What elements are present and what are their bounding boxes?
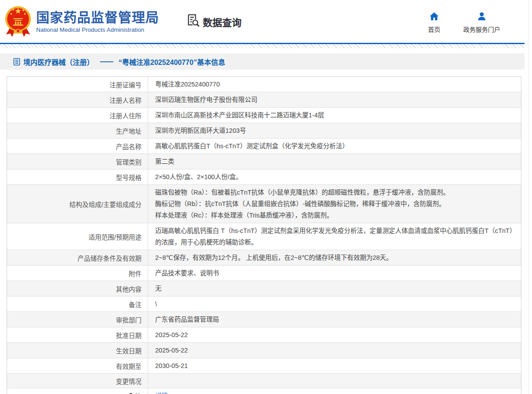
table-row: 注详情 (7, 388, 521, 394)
row-label-text: 批准日期 (116, 330, 141, 340)
data-query-label: 数据查询 (203, 15, 242, 29)
detail-link[interactable]: 详情 (155, 390, 168, 394)
scrollbar[interactable] (528, 0, 532, 394)
row-value: 第二类 (148, 154, 521, 169)
row-value (148, 374, 521, 388)
row-label: 注 (7, 388, 148, 394)
row-label: 注册人住所 (7, 108, 148, 123)
nav-service-portal[interactable]: 政务服务门户 (463, 9, 500, 34)
table-row: 产品储存条件及有效期2~8℃保存，有效期为12个月。 上机使用后，在2~8℃的储… (7, 250, 521, 266)
row-value: 2×50人份/盒、2×100人份/盒。 (148, 169, 521, 184)
brand-text: 国家药品监督管理局 National Medical Products Admi… (36, 10, 159, 33)
row-label: 批准日期 (7, 327, 148, 342)
breadcrumb-section: 境内医疗器械（注册） (23, 56, 94, 67)
row-value: 2030-05-21 (148, 358, 521, 373)
row-value: 粤械注准20252400770 (148, 77, 521, 92)
row-value-line: 样本处理液（Rc）：样本处理液（Tris基质缓冲液），含防腐剂。 (155, 210, 514, 221)
user-icon (477, 12, 487, 22)
row-value-line: 磁珠包被物（Ra）：包被着抗cTnT抗体（小鼠单克隆抗体）的超顺磁性微粒，悬浮于… (155, 187, 514, 198)
row-value: 广东省药品监督管理局 (148, 312, 521, 327)
top-nav: 首页 政务服务门户 (428, 9, 500, 34)
row-label: 产品名称 (7, 139, 148, 154)
row-label: 结构及组成/主要组成成分 (7, 185, 148, 223)
row-label-text: 有效期至 (116, 361, 141, 371)
brand: 国家药品监督管理局 National Medical Products Admi… (4, 4, 159, 40)
table-row: 有效期至2030-05-21 (7, 358, 521, 374)
row-label-text: 注册人住所 (110, 111, 142, 120)
row-label-text: 管理类别 (116, 157, 141, 166)
row-label: 附件 (7, 266, 148, 281)
row-value: 详情 (148, 388, 521, 394)
row-value: 深圳迈瑞生物医疗电子股份有限公司 (148, 92, 521, 107)
row-label: 型号规格 (7, 169, 148, 184)
nav-portal-label: 政务服务门户 (463, 25, 500, 34)
row-label: 备注 (7, 296, 148, 311)
row-value: 2~8℃保存，有效期为12个月。 上机使用后，在2~8℃的储存环境下有效期为28… (148, 250, 521, 265)
org-name-cn: 国家药品监督管理局 (36, 10, 159, 26)
site-header: 国家药品监督管理局 National Medical Products Admi… (0, 0, 525, 43)
row-value: 深圳市南山区高新技术产业园区科技南十二路迈瑞大厦1-4层 (148, 108, 521, 123)
table-row: 变更情况 (7, 374, 521, 388)
table-row: 备注\ (7, 296, 521, 312)
row-label-text: 注 (135, 391, 142, 394)
row-value: \ (148, 296, 521, 311)
row-value: 高敏心肌肌钙蛋白T（hs-cTnT）测定试剂盒（化学发光免疫分析法） (148, 139, 521, 154)
row-label-text: 变更情况 (116, 376, 141, 386)
national-emblem-logo (4, 4, 32, 40)
row-label: 有效期至 (7, 358, 148, 373)
row-label-text: 产品储存条件及有效期 (78, 253, 141, 263)
table-row: 注册人住所深圳市南山区高新技术产业园区科技南十二路迈瑞大厦1-4层 (7, 108, 521, 123)
row-value-line: 酶标记物（Rb）：抗cTnT抗体（人鼠重组嵌合抗体）-碱性磷酸酶标记物，稀释于缓… (155, 198, 514, 210)
row-label: 适用范围/预期用途 (7, 223, 148, 250)
row-label-text: 型号规格 (116, 173, 141, 182)
row-label-text: 生效日期 (116, 346, 141, 355)
table-row: 生效日期2025-05-22 (7, 343, 521, 358)
table-row: 审批部门广东省药品监督管理局 (7, 312, 521, 327)
row-value: 产品技术要求、说明书 (148, 266, 521, 281)
document-icon (13, 58, 20, 66)
row-label: 管理类别 (7, 154, 148, 169)
nav-home-label: 首页 (428, 25, 440, 34)
page: 国家药品监督管理局 National Medical Products Admi… (0, 0, 525, 394)
table-row: 批准日期2025-05-22 (7, 327, 521, 343)
info-table: 注册证编号粤械注准20252400770注册人名称深圳迈瑞生物医疗电子股份有限公… (7, 76, 521, 394)
row-label-text: 附件 (129, 269, 141, 278)
row-label: 生产地址 (7, 123, 148, 138)
breadcrumb-separator: —— (100, 58, 112, 66)
row-label-text: 注册人名称 (110, 95, 142, 105)
row-label-text: 审批部门 (116, 315, 141, 324)
data-query-title: 数据查询 (186, 13, 242, 30)
row-value: 磁珠包被物（Ra）：包被着抗cTnT抗体（小鼠单克隆抗体）的超顺磁性微粒，悬浮于… (148, 185, 521, 223)
hatch-band (0, 44, 525, 48)
row-label-text: 生产地址 (116, 126, 141, 135)
row-label: 审批部门 (7, 312, 148, 327)
row-value: 无 (148, 281, 521, 296)
table-row: 附件产品技术要求、说明书 (7, 266, 521, 281)
nav-home[interactable]: 首页 (428, 9, 440, 34)
balloon-note-icon (128, 393, 134, 394)
table-row: 型号规格2×50人份/盒、2×100人份/盒。 (7, 169, 521, 185)
row-label: 注册证编号 (7, 77, 148, 92)
row-label: 变更情况 (7, 374, 148, 388)
row-value: 2025-05-22 (148, 327, 521, 342)
table-row: 注册人名称深圳迈瑞生物医疗电子股份有限公司 (7, 92, 521, 108)
data-query-icon (186, 13, 201, 30)
table-row: 注册证编号粤械注准20252400770 (7, 77, 521, 92)
row-label-text: 注册证编号 (110, 80, 142, 89)
row-label-text: 适用范围/预期用途 (89, 232, 141, 241)
table-row: 结构及组成/主要组成成分磁珠包被物（Ra）：包被着抗cTnT抗体（小鼠单克隆抗体… (7, 185, 521, 223)
table-row: 产品名称高敏心肌肌钙蛋白T（hs-cTnT）测定试剂盒（化学发光免疫分析法） (7, 139, 521, 154)
row-label-text: 备注 (129, 300, 141, 309)
table-row: 其他内容无 (7, 281, 521, 296)
row-label: 注册人名称 (7, 92, 148, 107)
row-value: 2025-05-22 (148, 343, 521, 358)
breadcrumb: 境内医疗器械（注册） —— “粤械注准20252400770”基本信息 (0, 53, 525, 70)
row-label: 产品储存条件及有效期 (7, 250, 148, 265)
row-label-text: 结构及组成/主要组成成分 (69, 199, 141, 209)
row-label-text: 产品名称 (116, 142, 141, 151)
table-row: 适用范围/预期用途迈瑞高敏心肌肌钙蛋白 T（hs-cTnT）测定试剂盒采用化学发… (7, 223, 521, 250)
row-value: 迈瑞高敏心肌肌钙蛋白 T（hs-cTnT）测定试剂盒采用化学发光免疫分析法，定量… (148, 223, 521, 250)
row-label: 生效日期 (7, 343, 148, 358)
table-row: 生产地址深圳市光明新区南环大道1203号 (7, 123, 521, 139)
home-icon (429, 12, 439, 22)
